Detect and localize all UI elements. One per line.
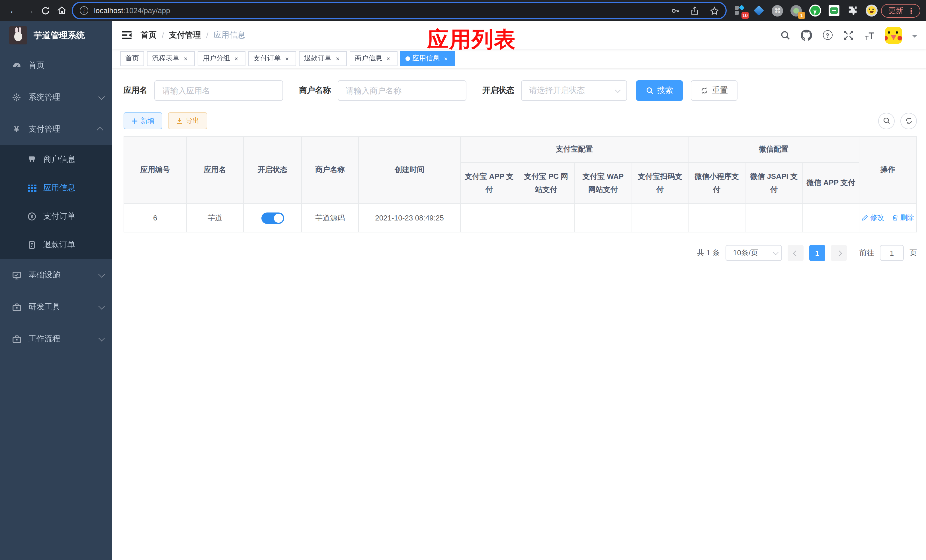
chevron-down-icon [98, 303, 105, 310]
tab-merchant-info[interactable]: 商户信息 [350, 51, 398, 66]
user-avatar[interactable] [885, 26, 902, 44]
sidebar-toggle-icon[interactable] [112, 21, 141, 49]
col-header-alipay-qr: 支付宝扫码支付 [632, 163, 688, 204]
table-toolbar: 新增 导出 [124, 112, 917, 129]
github-icon[interactable] [801, 29, 812, 41]
active-tab-dot [406, 56, 410, 61]
col-header-merchant: 商户名称 [301, 136, 359, 204]
tab-home[interactable]: 首页 [120, 51, 144, 66]
extension-y-icon[interactable]: y [809, 4, 821, 17]
yen-circle-icon [27, 212, 36, 221]
browser-back-icon[interactable]: ← [6, 3, 22, 18]
sidebar-item-merchant-info[interactable]: 商户信息 [0, 145, 112, 174]
password-key-icon[interactable] [671, 6, 680, 15]
edit-link[interactable]: 修改 [862, 213, 884, 223]
share-icon[interactable] [690, 6, 699, 15]
fullscreen-icon[interactable] [843, 29, 854, 41]
extension-chat-icon[interactable] [828, 4, 840, 17]
cell-app-id: 6 [124, 204, 186, 232]
chevron-down-icon [98, 335, 105, 342]
tab-user-group[interactable]: 用户分组 [198, 51, 245, 66]
col-header-actions: 操作 [859, 136, 917, 204]
status-select[interactable]: 请选择开启状态 [521, 80, 627, 101]
app-name-input[interactable] [154, 80, 283, 101]
chevron-down-icon [98, 271, 105, 278]
col-header-alipay-app: 支付宝 APP 支付 [460, 163, 518, 204]
extension-grid-icon[interactable]: 10 [734, 4, 746, 17]
search-button[interactable]: 搜索 [636, 80, 683, 101]
refresh-icon [905, 117, 912, 125]
chevron-down-icon [615, 87, 621, 92]
header-search-icon[interactable] [780, 29, 791, 41]
app-table: 应用编号 应用名 开启状态 商户名称 创建时间 支付宝配置 微信配置 操作 支付… [124, 136, 917, 232]
page-number-1[interactable]: 1 [809, 245, 825, 261]
extension-command-icon[interactable]: ⌘ [771, 4, 784, 17]
extension-recorder-icon[interactable]: 1 [790, 4, 802, 17]
close-tab-icon[interactable] [334, 54, 342, 62]
page-title-annotation: 应用列表 [427, 25, 516, 54]
user-menu-caret-icon[interactable] [912, 35, 917, 40]
search-icon [646, 86, 654, 95]
extension-badge: 10 [741, 12, 749, 18]
export-button[interactable]: 导出 [168, 112, 207, 129]
sidebar-item-infrastructure[interactable]: 基础设施 [0, 259, 112, 291]
dashboard-icon [11, 61, 22, 71]
site-info-icon[interactable]: i [80, 6, 88, 15]
breadcrumb-home[interactable]: 首页 [141, 30, 157, 40]
close-tab-icon[interactable] [182, 54, 190, 62]
chevron-left-icon [793, 250, 799, 256]
hide-search-button[interactable] [878, 112, 895, 129]
search-icon [882, 117, 890, 125]
add-button[interactable]: 新增 [124, 112, 162, 129]
sidebar-item-system[interactable]: 系统管理 [0, 82, 112, 114]
tags-view-bar: 首页 流程表单 用户分组 支付订单 退款订单 商户信息 应用信息 [112, 49, 926, 68]
url-text: localhost:1024/pay/app [94, 6, 170, 15]
sidebar: 芋道管理系统 首页 系统管理 ¥ 支付管 [0, 21, 112, 560]
browser-update-button[interactable]: 更新 ⋮ [881, 4, 920, 17]
tab-pay-order[interactable]: 支付订单 [248, 51, 296, 66]
prev-page-button[interactable] [788, 245, 803, 261]
close-tab-icon[interactable] [283, 54, 291, 62]
close-tab-icon[interactable] [442, 54, 450, 62]
browser-profile-avatar[interactable] [865, 4, 878, 17]
edit-pen-icon [862, 215, 869, 221]
close-tab-icon[interactable] [232, 54, 240, 62]
goto-page-input[interactable] [880, 245, 904, 261]
next-page-button[interactable] [831, 245, 847, 261]
reset-button[interactable]: 重置 [691, 80, 737, 101]
bookmark-star-icon[interactable] [710, 6, 719, 15]
sidebar-item-refund-order[interactable]: 退款订单 [0, 231, 112, 259]
status-toggle[interactable] [261, 212, 284, 224]
url-bar[interactable]: i localhost:1024/pay/app [73, 3, 726, 18]
refresh-table-button[interactable] [900, 112, 917, 129]
sidebar-item-workflow[interactable]: 工作流程 [0, 323, 112, 355]
browser-chrome: ← → i localhost:1024/pay/app [0, 0, 926, 21]
browser-forward-icon[interactable]: → [22, 3, 38, 18]
delete-link[interactable]: 删除 [892, 213, 914, 223]
extension-kite-icon[interactable] [752, 4, 765, 17]
download-icon [176, 117, 183, 124]
sidebar-item-app-info[interactable]: 应用信息 [0, 174, 112, 202]
merchant-name-input[interactable] [338, 80, 466, 101]
sidebar-logo-row: 芋道管理系统 [0, 21, 112, 50]
sidebar-item-payment[interactable]: ¥ 支付管理 [0, 114, 112, 145]
font-size-icon[interactable]: TT [864, 29, 875, 41]
browser-menu-icon[interactable]: ⋮ [907, 6, 915, 15]
page-size-select[interactable]: 10条/页 [726, 245, 782, 261]
toolbox-icon [11, 302, 22, 312]
tab-process-form[interactable]: 流程表单 [147, 51, 195, 66]
extensions-puzzle-icon[interactable] [846, 4, 859, 17]
plus-icon [132, 118, 138, 124]
sidebar-item-home[interactable]: 首页 [0, 50, 112, 82]
close-tab-icon[interactable] [384, 54, 392, 62]
merchant-name-label: 商户名称 [299, 85, 331, 96]
sidebar-item-dev-tools[interactable]: 研发工具 [0, 291, 112, 323]
cell-app-name: 芋道 [186, 204, 244, 232]
help-icon[interactable]: ? [822, 29, 833, 41]
breadcrumb-payment[interactable]: 支付管理 [169, 30, 201, 40]
browser-home-icon[interactable] [53, 3, 70, 18]
sidebar-item-pay-order[interactable]: 支付订单 [0, 202, 112, 231]
tab-refund-order[interactable]: 退款订单 [299, 51, 347, 66]
browser-reload-icon[interactable] [38, 3, 53, 18]
breadcrumb: 首页 支付管理 应用信息 [141, 30, 245, 40]
